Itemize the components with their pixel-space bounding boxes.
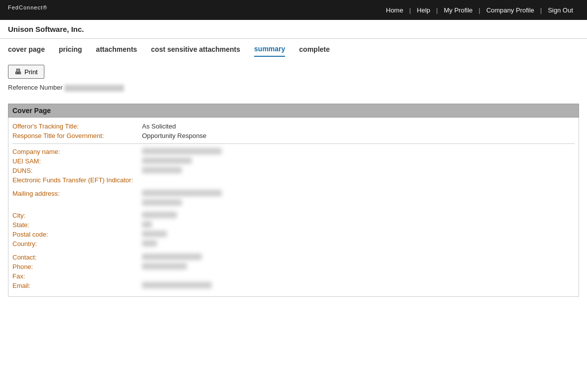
email-value: [142, 282, 212, 288]
country-row: Country:: [12, 240, 575, 248]
offerors-tracking-title-row: Offeror's Tracking Title: As Solicited: [12, 123, 575, 130]
country-value: [142, 240, 157, 247]
contact-row: Contact:: [12, 254, 575, 261]
reference-value: [64, 85, 124, 92]
uei-sam-value: [142, 157, 192, 164]
state-label: State:: [12, 221, 142, 229]
divider-1: [12, 143, 575, 144]
postal-code-value: [142, 231, 167, 237]
country-label: Country:: [12, 240, 142, 248]
tabs: cover page pricing attachments cost sens…: [0, 39, 587, 57]
offerors-tracking-value: As Solicited: [142, 123, 176, 130]
company-name-row: Company name:: [12, 148, 575, 155]
phone-row: Phone:: [12, 263, 575, 270]
response-title-value: Opportunity Response: [142, 132, 206, 139]
sign-out-link[interactable]: Sign Out: [542, 6, 579, 14]
city-row: City:: [12, 212, 575, 219]
company-name: Unison Software, Inc.: [8, 25, 84, 33]
postal-code-label: Postal code:: [12, 231, 142, 238]
mailing-address-value: [142, 190, 222, 206]
city-label: City:: [12, 212, 142, 219]
duns-row: DUNS:: [12, 167, 575, 174]
phone-label: Phone:: [12, 263, 142, 270]
duns-label: DUNS:: [12, 167, 142, 174]
mailing-address-row: Mailing address:: [12, 190, 575, 206]
reference-label: Reference Number: [8, 84, 63, 91]
printer-icon: 🖶: [14, 68, 21, 76]
reference-number-row: Reference Number: [8, 84, 579, 92]
tab-summary[interactable]: summary: [254, 45, 285, 57]
cover-page-section-body: Offeror's Tracking Title: As Solicited R…: [8, 118, 579, 297]
contact-label: Contact:: [12, 254, 142, 261]
print-label: Print: [24, 68, 38, 76]
state-row: State:: [12, 221, 575, 229]
cover-page-section-header: Cover Page: [8, 104, 579, 118]
offerors-tracking-label: Offeror's Tracking Title:: [12, 123, 142, 130]
contact-value: [142, 254, 202, 260]
nav: Home | Help | My Profile | Company Profi…: [380, 6, 580, 14]
city-value: [142, 212, 177, 218]
tab-cost-sensitive[interactable]: cost sensitive attachments: [151, 45, 240, 56]
duns-value: [142, 167, 182, 173]
postal-code-row: Postal code:: [12, 231, 575, 238]
my-profile-link[interactable]: My Profile: [438, 6, 479, 14]
company-name-label: Company name:: [12, 148, 142, 155]
response-title-label: Response Title for Government:: [12, 132, 142, 139]
content: 🖶 Print Reference Number Cover Page Offe…: [0, 57, 587, 305]
home-link[interactable]: Home: [380, 6, 410, 14]
logo: FedConnect®: [8, 4, 47, 16]
eft-label: Electronic Funds Transfer (EFT) Indicato…: [12, 176, 142, 184]
logo-suffix: ®: [43, 4, 47, 10]
company-profile-link[interactable]: Company Profile: [480, 6, 540, 14]
mailing-address-label: Mailing address:: [12, 190, 142, 197]
phone-value: [142, 263, 187, 269]
state-value: [142, 221, 152, 228]
tab-pricing[interactable]: pricing: [59, 45, 82, 56]
company-bar: Unison Software, Inc.: [0, 20, 587, 39]
uei-sam-row: UEI SAM:: [12, 157, 575, 165]
fax-row: Fax:: [12, 272, 575, 280]
header: FedConnect® Home | Help | My Profile | C…: [0, 0, 587, 20]
print-button[interactable]: 🖶 Print: [8, 65, 44, 79]
help-link[interactable]: Help: [411, 6, 437, 14]
email-row: Email:: [12, 282, 575, 289]
tab-cover-page[interactable]: cover page: [8, 45, 45, 56]
company-name-value: [142, 148, 222, 154]
uei-sam-label: UEI SAM:: [12, 157, 142, 165]
tab-attachments[interactable]: attachments: [96, 45, 137, 56]
email-label: Email:: [12, 282, 142, 289]
fax-label: Fax:: [12, 272, 142, 280]
tab-complete[interactable]: complete: [299, 45, 329, 56]
response-title-row: Response Title for Government: Opportuni…: [12, 132, 575, 139]
eft-row: Electronic Funds Transfer (EFT) Indicato…: [12, 176, 575, 184]
